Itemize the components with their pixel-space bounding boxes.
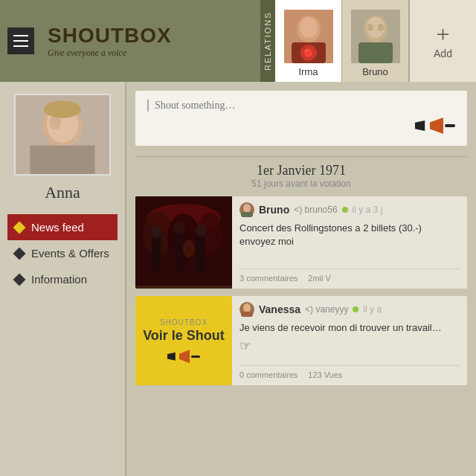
concert-handle: <) bruno56 bbox=[294, 205, 337, 215]
concert-comments: 3 commentaires bbox=[239, 274, 298, 283]
menu-line-1 bbox=[13, 35, 28, 36]
svg-rect-12 bbox=[30, 146, 94, 175]
irma-name: Irma bbox=[299, 66, 318, 77]
megaphone-body bbox=[415, 120, 431, 131]
shout-send-area[interactable] bbox=[415, 118, 455, 134]
nav-menu: News feed Events & Offers Information bbox=[7, 214, 118, 292]
vanessa-avatar bbox=[239, 302, 254, 317]
svg-point-9 bbox=[378, 24, 384, 31]
bruno-photo bbox=[351, 10, 400, 63]
voir-comments: 0 commentaires bbox=[239, 370, 298, 379]
megaphone-icon bbox=[415, 118, 455, 134]
nav-news-feed[interactable]: News feed bbox=[7, 214, 118, 240]
voir-thumbnail: SHOUTBOX Voir le Shout bbox=[135, 296, 232, 385]
svg-point-31 bbox=[243, 303, 251, 312]
svg-rect-30 bbox=[241, 212, 253, 217]
relations-label: RELATIONS bbox=[260, 0, 275, 82]
relations-bar: RELATIONS 🔴 Irma bbox=[260, 0, 476, 82]
svg-point-29 bbox=[243, 204, 251, 213]
feed-item-concert: Bruno <) bruno56 il y a 3 j Concert des … bbox=[135, 196, 467, 289]
relation-irma[interactable]: 🔴 Irma bbox=[275, 0, 342, 82]
svg-point-15 bbox=[44, 100, 81, 118]
voir-content: Vanessa <) vaneyyy il y a Je viens de re… bbox=[232, 296, 467, 385]
svg-rect-32 bbox=[241, 312, 253, 317]
voir-mp-horn bbox=[179, 350, 190, 363]
feed-item-voir: SHOUTBOX Voir le Shout V bbox=[135, 296, 467, 385]
concert-image bbox=[135, 196, 232, 289]
sidebar: Anna News feed Events & Offers Informati… bbox=[0, 82, 125, 476]
bruno-name: Bruno bbox=[362, 66, 388, 77]
relation-bruno[interactable]: Bruno bbox=[342, 0, 409, 82]
top-bar: SHOUTBOX Give everyone a voice RELATIONS… bbox=[0, 0, 476, 82]
feed: Bruno <) bruno56 il y a 3 j Concert des … bbox=[126, 189, 476, 476]
voir-views: 123 Vues bbox=[308, 370, 342, 379]
menu-line-3 bbox=[13, 45, 28, 47]
megaphone-stick bbox=[445, 124, 455, 127]
user-avatar bbox=[14, 94, 111, 176]
date-sub: 51 jours avant la votation bbox=[135, 178, 467, 189]
concert-author: Bruno bbox=[259, 204, 289, 216]
content-area: 1er Janvier 1971 51 jours avant la votat… bbox=[126, 82, 476, 476]
menu-line-2 bbox=[13, 40, 28, 42]
voir-megaphone-icon bbox=[167, 350, 200, 363]
concert-content: Bruno <) bruno56 il y a 3 j Concert des … bbox=[232, 196, 467, 289]
date-main: 1er Janvier 1971 bbox=[135, 163, 467, 178]
megaphone-horn bbox=[430, 118, 443, 134]
voir-author: Vanessa bbox=[259, 303, 300, 315]
online-indicator bbox=[342, 207, 348, 213]
svg-rect-6 bbox=[358, 42, 393, 63]
concert-time: il y a 3 j bbox=[353, 205, 383, 215]
voir-time: il y a bbox=[363, 304, 382, 315]
diamond-icon bbox=[13, 247, 26, 260]
diamond-icon bbox=[13, 273, 26, 286]
user-name: Anna bbox=[45, 183, 80, 202]
voir-image: SHOUTBOX Voir le Shout bbox=[135, 296, 232, 385]
concert-views: 2mil V bbox=[308, 274, 331, 283]
voir-mp-body bbox=[167, 353, 181, 361]
add-relation-button[interactable]: + Add bbox=[409, 0, 476, 82]
shout-input[interactable] bbox=[147, 100, 455, 112]
nav-info-label: Information bbox=[31, 273, 87, 286]
voir-handle: <) vaneyyy bbox=[305, 304, 348, 315]
voir-watermark: SHOUTBOX bbox=[160, 318, 208, 327]
hand-cursor-icon: ☞ bbox=[239, 338, 460, 354]
add-plus-icon: + bbox=[436, 22, 449, 46]
nav-news-feed-label: News feed bbox=[31, 221, 84, 234]
logo-area: SHOUTBOX Give everyone a voice bbox=[48, 24, 172, 59]
shout-box bbox=[135, 91, 467, 146]
concert-text: Concert des Rollingstones a 2 billets (3… bbox=[239, 222, 460, 248]
svg-point-3 bbox=[300, 17, 318, 38]
svg-point-8 bbox=[367, 24, 373, 31]
concert-thumbnail bbox=[135, 196, 232, 289]
concert-meta: Bruno <) bruno56 il y a 3 j bbox=[239, 202, 460, 217]
svg-rect-28 bbox=[135, 196, 232, 286]
irma-badge: 🔴 bbox=[300, 45, 317, 61]
date-header: 1er Janvier 1971 51 jours avant la votat… bbox=[135, 156, 467, 189]
concert-footer: 3 commentaires 2mil V bbox=[239, 268, 460, 283]
vanessa-online-indicator bbox=[353, 306, 358, 312]
nav-events-offers[interactable]: Events & Offers bbox=[7, 240, 118, 266]
app-title: SHOUTBOX bbox=[48, 24, 172, 48]
voir-meta: Vanessa <) vaneyyy il y a bbox=[239, 302, 460, 317]
menu-button[interactable] bbox=[7, 28, 34, 54]
voir-footer: 0 commentaires 123 Vues bbox=[239, 365, 460, 379]
main-layout: Anna News feed Events & Offers Informati… bbox=[0, 82, 476, 476]
voir-text: Je viens de recevoir mon di trouver un t… bbox=[239, 321, 460, 335]
bruno-avatar bbox=[239, 202, 254, 217]
add-label: Add bbox=[434, 48, 452, 60]
diamond-icon bbox=[13, 221, 26, 234]
nav-information[interactable]: Information bbox=[7, 266, 118, 292]
nav-events-label: Events & Offers bbox=[31, 247, 109, 260]
voir-mp-stick bbox=[191, 356, 200, 358]
voir-title: Voir le Shout bbox=[143, 328, 225, 344]
app-subtitle: Give everyone a voice bbox=[48, 48, 172, 59]
